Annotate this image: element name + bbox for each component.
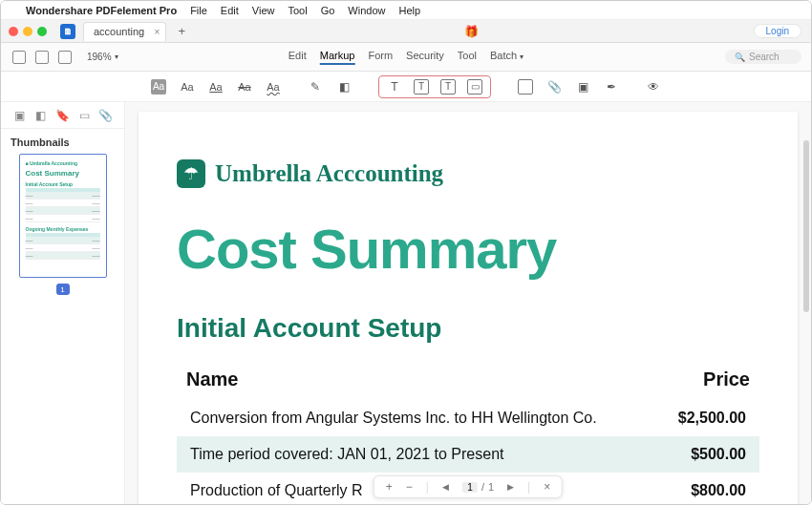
zoom-out-button[interactable]: + xyxy=(386,480,393,494)
sticky-note-icon[interactable]: ▭ xyxy=(467,79,482,95)
mode-markup[interactable]: Markup xyxy=(320,50,355,65)
mode-tool[interactable]: Tool xyxy=(458,50,477,65)
outline-panel-icon[interactable]: 🔖 xyxy=(55,109,69,122)
text-tool-icon[interactable]: T xyxy=(387,79,402,95)
textbox-icon[interactable]: T xyxy=(414,79,429,95)
search-input[interactable]: 🔍 Search xyxy=(725,50,801,64)
chevron-down-icon: ▾ xyxy=(115,53,118,61)
thumb-section1: Initial Account Setup xyxy=(26,181,100,187)
mode-batch[interactable]: Batch ▾ xyxy=(490,50,524,65)
primary-toolbar: 196% ▾ Edit Markup Form Security Tool Ba… xyxy=(1,43,811,72)
cell-name: Conversion from Angular Systems Inc. to … xyxy=(190,410,597,427)
attachments-panel-icon[interactable]: 📎 xyxy=(99,109,113,122)
fields-panel-icon[interactable]: ▭ xyxy=(77,109,91,122)
menu-view[interactable]: View xyxy=(252,5,275,16)
thumb-title: Cost Summary xyxy=(26,169,100,178)
traffic-lights xyxy=(9,27,47,36)
mode-edit[interactable]: Edit xyxy=(288,50,307,65)
attachment-icon[interactable]: 📎 xyxy=(546,79,562,95)
eraser-icon[interactable]: ◧ xyxy=(336,79,352,95)
signature-icon[interactable]: ✒ xyxy=(604,79,619,95)
pdf-page[interactable]: ☂ Umbrella Acccounting Cost Summary Init… xyxy=(139,112,798,504)
login-button[interactable]: Login xyxy=(754,24,801,38)
squiggly-icon[interactable]: Aa xyxy=(266,79,281,95)
sidebar: ▣ ◧ 🔖 ▭ 📎 Thumbnails ■ Umbrella Accounti… xyxy=(1,102,125,504)
thumb-section2: Ongoing Monthly Expenses xyxy=(26,226,100,232)
page-navigator: + − | ◀ / 1 ▶ | × xyxy=(374,475,563,498)
vertical-scrollbar[interactable] xyxy=(803,140,809,312)
markup-toolbar: Aa Aa Aa Aa Aa ✎ ◧ T T T ▭ 📎 ▣ ✒ 👁 xyxy=(1,72,811,102)
bookmarks-panel-icon[interactable]: ◧ xyxy=(34,109,48,122)
search-placeholder: Search xyxy=(749,52,780,62)
window-tabbar: 🗎 accounting × + 🎁 Login xyxy=(1,20,811,43)
mode-form[interactable]: Form xyxy=(368,50,393,65)
mac-menubar: Wondershare PDFelement Pro File Edit Vie… xyxy=(1,1,811,20)
prev-page-button[interactable]: ◀ xyxy=(442,482,449,492)
document-tab-label: accounting xyxy=(94,26,144,37)
strikethrough-icon[interactable]: Aa xyxy=(237,79,252,95)
page-total: 1 xyxy=(488,481,494,493)
col-price: Price xyxy=(703,368,750,390)
zoom-value: 196% xyxy=(87,52,112,62)
col-name: Name xyxy=(186,368,238,390)
section-heading: Initial Account Setup xyxy=(177,313,759,344)
shape-rect-icon[interactable] xyxy=(518,79,533,95)
close-navigator-button[interactable]: × xyxy=(544,480,550,494)
minimize-window-button[interactable] xyxy=(23,27,32,36)
menu-window[interactable]: Window xyxy=(348,5,385,16)
menu-edit[interactable]: Edit xyxy=(221,5,239,16)
stamp-icon[interactable]: ▣ xyxy=(575,79,590,95)
hide-annotations-icon[interactable]: 👁 xyxy=(646,79,661,95)
menu-go[interactable]: Go xyxy=(321,5,335,16)
highlight-area-icon[interactable]: Aa xyxy=(151,79,166,95)
close-tab-icon[interactable]: × xyxy=(154,27,160,37)
mode-tabs: Edit Markup Form Security Tool Batch ▾ xyxy=(288,50,524,65)
underline-icon[interactable]: Aa xyxy=(208,79,224,95)
pencil-icon[interactable]: ✎ xyxy=(308,79,323,95)
cell-price: $2,500.00 xyxy=(678,410,746,427)
brand-text: Umbrella Acccounting xyxy=(215,160,443,187)
menu-help[interactable]: Help xyxy=(398,5,420,16)
sidebar-toggle-icon[interactable] xyxy=(12,51,26,64)
document-tab[interactable]: accounting × xyxy=(83,22,166,41)
brand-umbrella-icon: ☂ xyxy=(177,159,205,188)
chevron-down-icon: ▾ xyxy=(520,53,524,61)
view-grid-icon[interactable] xyxy=(35,51,49,64)
cell-price: $500.00 xyxy=(691,446,746,463)
thumbnails-panel-icon[interactable]: ▣ xyxy=(12,109,26,122)
search-icon: 🔍 xyxy=(735,53,745,62)
zoom-dropdown[interactable]: 196% ▾ xyxy=(87,52,118,62)
sidebar-title: Thumbnails xyxy=(1,129,124,154)
gift-icon[interactable]: 🎁 xyxy=(464,25,478,38)
table-row: Time period covered: JAN 01, 2021 to Pre… xyxy=(177,436,759,473)
app-logo-icon: 🗎 xyxy=(60,24,75,39)
mode-security[interactable]: Security xyxy=(406,50,444,65)
text-annotation-group: T T T ▭ xyxy=(378,75,491,98)
page-thumbnail[interactable]: ■ Umbrella Accounting Cost Summary Initi… xyxy=(19,154,107,278)
menu-file[interactable]: File xyxy=(190,5,207,16)
view-single-icon[interactable] xyxy=(58,51,72,64)
next-page-button[interactable]: ▶ xyxy=(507,482,514,492)
page-input[interactable] xyxy=(462,482,478,493)
close-window-button[interactable] xyxy=(9,27,18,36)
zoom-in-button[interactable]: − xyxy=(406,480,413,494)
menu-tool[interactable]: Tool xyxy=(288,5,307,16)
document-canvas[interactable]: ☂ Umbrella Acccounting Cost Summary Init… xyxy=(125,102,811,504)
maximize-window-button[interactable] xyxy=(37,27,47,36)
new-tab-button[interactable]: + xyxy=(174,24,189,39)
callout-icon[interactable]: T xyxy=(440,79,456,95)
app-name[interactable]: Wondershare PDFelement Pro xyxy=(26,5,177,16)
cell-name: Time period covered: JAN 01, 2021 to Pre… xyxy=(190,446,503,463)
thumb-brand: ■ Umbrella Accounting xyxy=(26,160,100,166)
document-title: Cost Summary xyxy=(177,217,759,281)
text-style-1-icon[interactable]: Aa xyxy=(180,79,195,95)
cell-name: Production of Quarterly R xyxy=(190,482,363,499)
table-row: Conversion from Angular Systems Inc. to … xyxy=(177,400,759,436)
main-area: ▣ ◧ 🔖 ▭ 📎 Thumbnails ■ Umbrella Accounti… xyxy=(1,102,811,504)
thumbnail-page-number: 1 xyxy=(56,284,70,295)
cell-price: $800.00 xyxy=(691,482,746,499)
